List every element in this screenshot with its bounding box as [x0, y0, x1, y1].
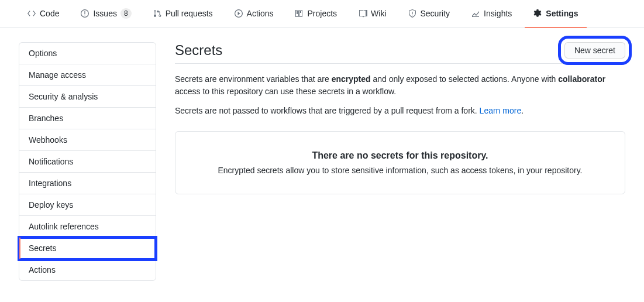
- text: Secrets are environment variables that a…: [175, 74, 332, 84]
- sidebar-item-options[interactable]: Options: [19, 43, 156, 64]
- sidebar-item-secrets[interactable]: Secrets: [19, 238, 156, 259]
- tab-code[interactable]: Code: [19, 0, 67, 28]
- secrets-description-2: Secrets are not passed to workflows that…: [175, 105, 625, 117]
- tab-wiki-label: Wiki: [371, 9, 386, 18]
- sidebar-item-actions[interactable]: Actions: [19, 259, 156, 280]
- tab-actions[interactable]: Actions: [226, 0, 282, 28]
- tab-settings[interactable]: Settings: [525, 0, 586, 28]
- code-icon: [27, 9, 36, 18]
- tab-projects-label: Projects: [307, 9, 337, 18]
- tab-security-label: Security: [421, 9, 450, 18]
- sidebar-item-security-analysis[interactable]: Security & analysis: [19, 86, 156, 108]
- page-title: Secrets: [175, 42, 222, 59]
- sidebar-item-branches[interactable]: Branches: [19, 108, 156, 129]
- secrets-description-1: Secrets are environment variables that a…: [175, 73, 625, 98]
- shield-icon: [408, 9, 417, 18]
- sidebar-item-autolink[interactable]: Autolink references: [19, 216, 156, 238]
- tab-security[interactable]: Security: [400, 0, 459, 28]
- sidebar-item-deploy-keys[interactable]: Deploy keys: [19, 194, 156, 216]
- blankslate-title: There are no secrets for this repository…: [190, 150, 611, 161]
- tab-pull-requests[interactable]: Pull requests: [144, 0, 221, 28]
- settings-sidebar: Options Manage access Security & analysi…: [19, 42, 156, 281]
- repo-nav: Code Issues 8 Pull requests Actions Proj…: [0, 0, 644, 28]
- tab-issues[interactable]: Issues 8: [72, 0, 139, 28]
- blankslate-desc: Encrypted secrets allow you to store sen…: [190, 166, 611, 175]
- tab-wiki[interactable]: Wiki: [350, 0, 394, 28]
- sidebar-item-manage-access[interactable]: Manage access: [19, 64, 156, 86]
- new-secret-button[interactable]: New secret: [564, 42, 625, 59]
- sidebar-item-notifications[interactable]: Notifications: [19, 151, 156, 173]
- tab-projects[interactable]: Projects: [286, 0, 345, 28]
- book-icon: [358, 9, 367, 18]
- project-icon: [294, 9, 304, 18]
- text-collaborator: collaborator: [558, 74, 605, 84]
- settings-layout: Options Manage access Security & analysi…: [0, 28, 644, 295]
- tab-code-label: Code: [40, 9, 59, 18]
- tab-pulls-label: Pull requests: [166, 9, 213, 18]
- settings-main: Secrets New secret Secrets are environme…: [175, 42, 625, 281]
- play-icon: [234, 9, 243, 18]
- text: and only exposed to selected actions. An…: [371, 74, 559, 84]
- settings-menu: Options Manage access Security & analysi…: [19, 42, 156, 281]
- issues-count-badge: 8: [120, 8, 132, 19]
- learn-more-link[interactable]: Learn more: [480, 106, 522, 115]
- tab-actions-label: Actions: [247, 9, 274, 18]
- git-pull-request-icon: [153, 9, 162, 18]
- text-encrypted: encrypted: [332, 74, 371, 84]
- text: Secrets are not passed to workflows that…: [175, 106, 480, 115]
- blankslate: There are no secrets for this repository…: [175, 131, 625, 194]
- text: .: [521, 106, 524, 115]
- sidebar-item-webhooks[interactable]: Webhooks: [19, 129, 156, 151]
- graph-icon: [471, 9, 480, 18]
- tab-issues-label: Issues: [93, 9, 116, 18]
- sidebar-item-integrations[interactable]: Integrations: [19, 173, 156, 194]
- subhead: Secrets New secret: [175, 42, 625, 64]
- tab-settings-label: Settings: [546, 9, 578, 18]
- tab-insights[interactable]: Insights: [463, 0, 520, 28]
- tab-insights-label: Insights: [484, 9, 512, 18]
- text: access to this repository can use these …: [175, 87, 396, 96]
- issue-icon: [80, 9, 89, 18]
- gear-icon: [533, 9, 542, 18]
